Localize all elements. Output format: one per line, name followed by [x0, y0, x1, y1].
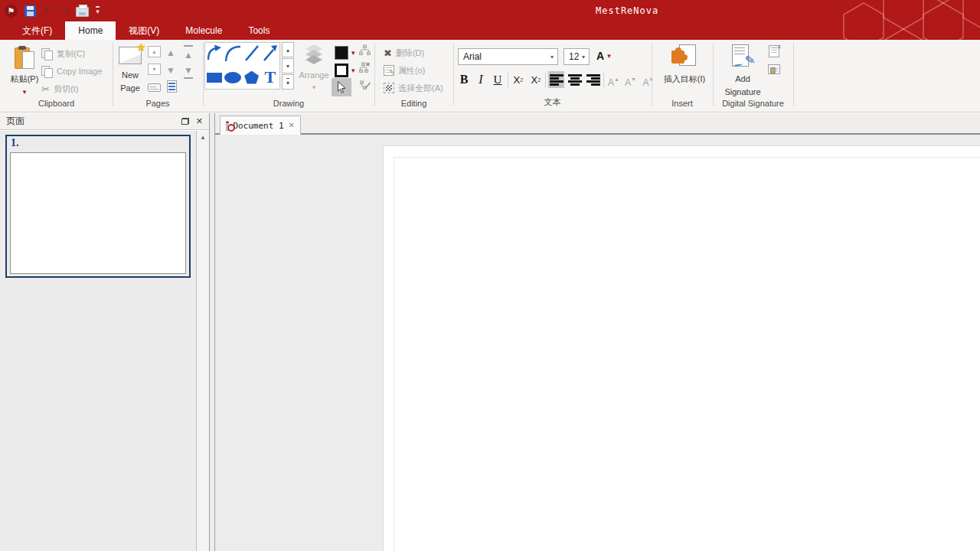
- ellipse-tool[interactable]: [224, 72, 241, 83]
- save-icon[interactable]: [24, 5, 36, 17]
- edit-group-button[interactable]: [358, 80, 371, 95]
- curved-arrow-tool[interactable]: [206, 44, 223, 65]
- remove-signature-button[interactable]: ✕: [769, 45, 779, 57]
- undo-icon[interactable]: ↶: [43, 5, 53, 17]
- select-all-button[interactable]: 选择全部(A): [384, 81, 443, 95]
- page-thumbnail-selected[interactable]: 1.: [5, 135, 191, 278]
- align-center-button[interactable]: [567, 71, 583, 88]
- clear-format-button[interactable]: A✕: [641, 72, 655, 87]
- select-all-icon: [384, 83, 394, 93]
- delete-button[interactable]: ✖ 删除(D): [384, 46, 424, 60]
- line-tool[interactable]: [244, 44, 260, 65]
- move-page-first-button[interactable]: ▲: [184, 45, 193, 61]
- polygon-tool[interactable]: [244, 71, 259, 84]
- page-caption-button[interactable]: [148, 83, 161, 92]
- pages-panel-scrollbar[interactable]: ▲: [196, 131, 209, 551]
- new-page-icon: ★: [119, 47, 142, 64]
- add-signature-button[interactable]: ✎ Add Signature: [718, 43, 767, 99]
- font-color-button[interactable]: A ▾: [596, 50, 611, 62]
- paste-dropdown-icon[interactable]: ▾: [8, 89, 41, 96]
- arrange-label: Arrange: [297, 70, 331, 80]
- pages-panel: 页面 ✕ 1. ▲: [0, 113, 209, 551]
- ungroup-objects-button[interactable]: [358, 62, 371, 77]
- new-page-button[interactable]: ★ New Page: [115, 43, 145, 94]
- redo-icon[interactable]: ↷: [60, 5, 70, 17]
- align-left-icon: [550, 74, 564, 86]
- palette-scroll-down-button[interactable]: ▾: [282, 58, 294, 73]
- tab-file[interactable]: 文件(F): [9, 21, 65, 40]
- copy-image-button[interactable]: Copy Image: [41, 64, 102, 78]
- selection-tool-button[interactable]: [332, 78, 351, 96]
- fill-color-button[interactable]: [335, 46, 348, 60]
- arrow-tool[interactable]: [263, 44, 278, 65]
- stroke-color-dropdown-icon[interactable]: ▾: [351, 67, 355, 74]
- align-left-button[interactable]: [548, 71, 564, 88]
- align-right-icon: [586, 74, 600, 86]
- font-size-select[interactable]: 12 ▾: [564, 48, 590, 65]
- underline-button[interactable]: U: [490, 70, 505, 89]
- bold-button[interactable]: B: [456, 70, 472, 89]
- text-box-tool[interactable]: T: [265, 69, 276, 86]
- x-mark-icon: ✕: [649, 77, 654, 82]
- group-objects-button[interactable]: [358, 44, 371, 60]
- copy-label: 复制(C): [57, 48, 85, 60]
- document-page[interactable]: [383, 145, 980, 551]
- node-tree-delete-icon: [358, 62, 371, 74]
- cut-label: 剪切(t): [54, 83, 78, 95]
- palette-scroll-up-button[interactable]: ▴: [282, 42, 294, 57]
- add-signature-label: Add Signature: [718, 73, 767, 99]
- scrollbar-up-button[interactable]: ▲: [197, 131, 209, 144]
- superscript-button[interactable]: X2: [528, 70, 544, 89]
- fill-color-swatch: [335, 46, 348, 60]
- tab-home[interactable]: Home: [65, 21, 116, 40]
- document-tab[interactable]: Document 1 ✕: [220, 116, 301, 135]
- copy-image-label: Copy Image: [57, 67, 102, 76]
- arrange-button[interactable]: Arrange ▾: [297, 43, 331, 91]
- align-right-button[interactable]: [585, 71, 601, 88]
- page-down-icon: ▼: [152, 67, 157, 72]
- rectangle-tool[interactable]: [207, 73, 222, 83]
- page-up-icon: ▲: [152, 49, 157, 54]
- move-page-last-button[interactable]: ▼: [184, 63, 193, 79]
- certificates-button[interactable]: [768, 64, 780, 74]
- arc-tool[interactable]: [224, 44, 241, 65]
- customize-toolbar-icon[interactable]: ▾: [96, 6, 100, 15]
- decrease-font-button[interactable]: A▼: [623, 72, 638, 87]
- fill-color-dropdown-icon[interactable]: ▾: [351, 50, 355, 57]
- increase-font-button[interactable]: A▲: [606, 72, 621, 87]
- font-family-select[interactable]: Arial ▾: [458, 48, 558, 65]
- italic-button[interactable]: I: [474, 70, 488, 89]
- tab-tools[interactable]: Tools: [235, 21, 283, 40]
- tab-molecule[interactable]: Molecule: [172, 21, 235, 40]
- subscript-button[interactable]: X2: [511, 70, 526, 89]
- paste-button[interactable]: 粘贴(P) ▾: [8, 43, 41, 96]
- insert-page-after-button[interactable]: ▼: [148, 64, 161, 75]
- move-page-up-button[interactable]: ▲: [166, 45, 175, 59]
- properties-button[interactable]: ✎ 属性(o): [384, 64, 425, 77]
- page-properties-button[interactable]: [167, 80, 177, 93]
- separator: [545, 73, 546, 87]
- insert-group-label: Insert: [652, 99, 713, 108]
- palette-more-button[interactable]: ▾: [282, 74, 294, 90]
- float-panel-icon[interactable]: [181, 118, 189, 125]
- document-canvas[interactable]: [215, 135, 980, 551]
- pages-panel-title: 页面: [6, 115, 24, 128]
- drawing-group-label: Drawing: [203, 99, 374, 108]
- group-separator: [374, 43, 375, 106]
- panel-splitter[interactable]: [209, 113, 215, 551]
- tab-view[interactable]: 视图(V): [116, 21, 172, 40]
- separator: [603, 73, 604, 87]
- cut-button[interactable]: ✂ 剪切(t): [41, 82, 78, 96]
- print-icon[interactable]: [76, 7, 89, 17]
- pages-panel-header: 页面 ✕: [0, 113, 209, 130]
- insert-page-before-button[interactable]: ▲: [148, 46, 161, 57]
- insert-object-button[interactable]: 插入目标(I): [657, 43, 712, 85]
- arrange-dropdown-icon[interactable]: ▾: [297, 84, 331, 91]
- move-page-down-button[interactable]: ▼: [166, 63, 175, 77]
- stroke-color-swatch: [335, 64, 348, 77]
- copy-button[interactable]: 复制(C): [41, 47, 85, 60]
- stroke-color-button[interactable]: [335, 64, 348, 77]
- close-panel-icon[interactable]: ✕: [196, 117, 203, 126]
- app-logo-icon[interactable]: ⚑: [5, 5, 18, 18]
- close-document-icon[interactable]: ✕: [289, 122, 295, 129]
